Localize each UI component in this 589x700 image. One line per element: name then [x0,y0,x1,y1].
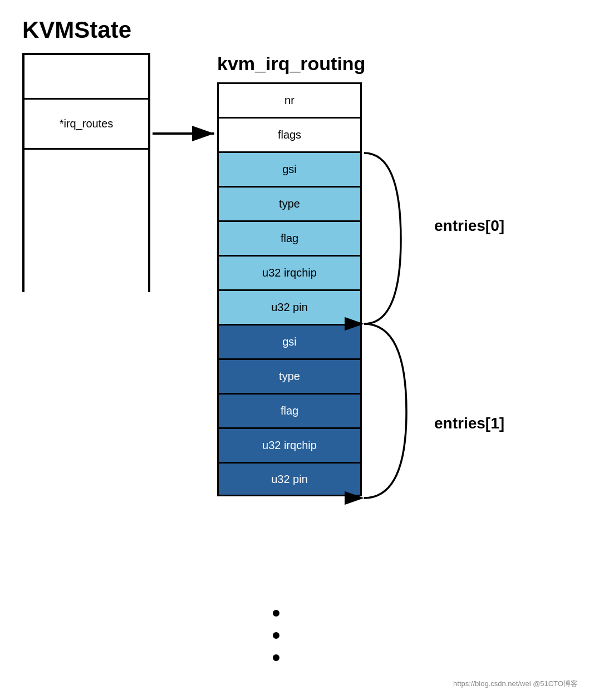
kvmstate-bottom-section [24,150,148,293]
routing-cell-2: gsi [217,151,362,186]
routing-cell-9: flag [217,393,362,427]
routing-cell-6: u32 pin [217,289,362,324]
kvmstate-title: KVMState [22,17,131,43]
routing-cell-1: flags [217,117,362,151]
main-container: KVMState *irq_routes kvm_irq_routing nrf… [0,0,589,700]
kvmstate-top-section [24,55,148,100]
routing-cell-8: type [217,358,362,393]
routing-table: nrflagsgsitypeflagu32 irqchipu32 pingsit… [217,82,362,496]
routing-cell-10: u32 irqchip [217,427,362,462]
kvmstate-irq-routes-section: *irq_routes [24,100,148,150]
entries0-label: entries[0] [434,217,504,235]
routing-cell-3: type [217,186,362,220]
routing-title: kvm_irq_routing [217,53,365,75]
dot-1 [273,610,279,617]
kvmstate-box: *irq_routes [22,53,150,292]
routing-cell-7: gsi [217,324,362,358]
routing-cell-4: flag [217,220,362,255]
routing-cell-0: nr [217,82,362,117]
dot-3 [273,654,279,661]
entries1-label: entries[1] [434,415,504,432]
dot-2 [273,632,279,639]
irq-routes-label: *irq_routes [60,117,114,130]
dots-container [273,610,279,661]
watermark: https://blog.csdn.net/wei @51CTO博客 [453,679,578,689]
routing-cell-5: u32 irqchip [217,255,362,289]
routing-cell-11: u32 pin [217,462,362,496]
